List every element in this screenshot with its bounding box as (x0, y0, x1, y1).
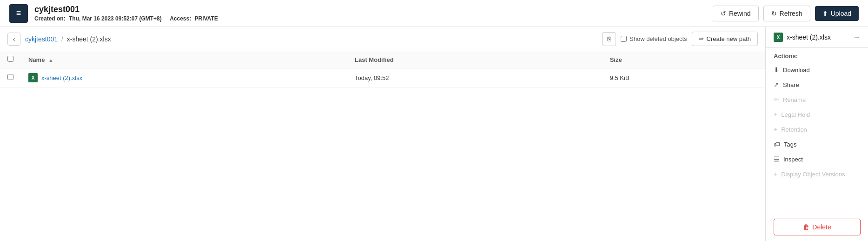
app-info: cykjtest001 Created on: Thu, Mar 16 2023… (34, 5, 218, 22)
breadcrumb: cykjtest001 / x-sheet (2).xlsx (25, 35, 597, 43)
download-icon: ⬇ (774, 66, 779, 74)
legal-hold-icon: + (774, 111, 777, 118)
excel-icon-panel: X (774, 33, 783, 42)
excel-file-icon: X (28, 73, 38, 82)
file-table: Name ▲ Last Modified Size X x-sheet (2).… (0, 51, 765, 87)
breadcrumb-separator: / (61, 35, 63, 43)
legal-hold-label: Legal Hold (781, 111, 810, 118)
display-version-icon: + (774, 170, 777, 178)
file-name-link[interactable]: x-sheet (2).xlsx (41, 74, 82, 81)
logo-icon: ≡ (9, 4, 28, 23)
right-panel: X x-sheet (2).xlsx → Actions: ⬇ Download… (766, 27, 868, 241)
show-deleted-label[interactable]: Show deleted objects (621, 35, 687, 42)
select-all-checkbox[interactable] (7, 56, 13, 62)
tags-icon: 🏷 (774, 141, 780, 148)
delete-button[interactable]: 🗑 Delete (774, 219, 861, 235)
tags-label: Tags (784, 141, 796, 148)
copy-path-button[interactable]: ⎘ (602, 32, 616, 46)
breadcrumb-current: x-sheet (2).xlsx (67, 35, 111, 43)
row-name-cell: X x-sheet (2).xlsx (21, 68, 347, 87)
table-header: Name ▲ Last Modified Size (0, 51, 765, 68)
edit-icon: ✏ (699, 35, 704, 42)
action-item-tags[interactable]: 🏷 Tags (766, 137, 868, 152)
show-deleted-checkbox[interactable] (621, 36, 627, 42)
create-new-path-button[interactable]: ✏ Create new path (692, 32, 758, 46)
inspect-icon: ☰ (774, 155, 780, 163)
rename-icon: ✏ (774, 96, 779, 103)
row-checkbox-cell (0, 68, 21, 87)
action-item-inspect[interactable]: ☰ Inspect (766, 152, 868, 167)
delete-btn-container: 🗑 Delete (766, 213, 868, 241)
inspect-label: Inspect (783, 156, 803, 163)
col-modified-header: Last Modified (347, 51, 603, 68)
right-panel-title: X x-sheet (2).xlsx (774, 33, 831, 42)
row-modified-cell: Today, 09:52 (347, 68, 603, 87)
back-button[interactable]: ‹ (7, 33, 20, 46)
breadcrumb-root[interactable]: cykjtest001 (25, 35, 58, 43)
download-label: Download (783, 67, 810, 74)
col-size-header: Size (603, 51, 765, 68)
retention-icon: + (774, 126, 777, 133)
table-body: X x-sheet (2).xlsx Today, 09:52 9.5 KiB (0, 68, 765, 87)
share-icon: ↗ (774, 81, 779, 88)
col-name-header: Name ▲ (21, 51, 347, 68)
rename-label: Rename (783, 96, 806, 103)
app-title: cykjtest001 (34, 5, 218, 14)
refresh-icon: ↻ (771, 10, 777, 17)
upload-icon: ⬆ (822, 10, 828, 17)
header: ≡ cykjtest001 Created on: Thu, Mar 16 20… (0, 0, 868, 27)
row-size-cell: 9.5 KiB (603, 68, 765, 87)
actions-list: ⬇ Download ↗ Share ✏ Rename + Legal Hold… (766, 62, 868, 181)
file-browser: ‹ cykjtest001 / x-sheet (2).xlsx ⎘ Show … (0, 27, 766, 241)
action-item-display-version: + Display Object Versions (766, 167, 868, 181)
action-item-legal-hold: + Legal Hold (766, 107, 868, 122)
breadcrumb-bar: ‹ cykjtest001 / x-sheet (2).xlsx ⎘ Show … (0, 27, 765, 51)
right-panel-close-button[interactable]: → (853, 33, 861, 41)
display-version-label: Display Object Versions (781, 171, 845, 178)
action-item-download[interactable]: ⬇ Download (766, 62, 868, 77)
right-panel-header: X x-sheet (2).xlsx → (766, 27, 868, 48)
main-container: ‹ cykjtest001 / x-sheet (2).xlsx ⎘ Show … (0, 27, 868, 241)
row-checkbox[interactable] (7, 74, 13, 80)
upload-button[interactable]: ⬆ Upload (815, 6, 859, 21)
app-meta: Created on: Thu, Mar 16 2023 09:52:07 (G… (34, 15, 218, 22)
refresh-button[interactable]: ↻ Refresh (763, 6, 810, 21)
retention-label: Retention (781, 126, 807, 133)
breadcrumb-actions: ⎘ Show deleted objects ✏ Create new path (602, 32, 758, 46)
action-item-share[interactable]: ↗ Share (766, 77, 868, 92)
share-label: Share (783, 81, 799, 88)
actions-label: Actions: (766, 48, 868, 62)
table-row: X x-sheet (2).xlsx Today, 09:52 9.5 KiB (0, 68, 765, 87)
header-actions: ↺ Rewind ↻ Refresh ⬆ Upload (713, 6, 859, 21)
rewind-icon: ↺ (721, 10, 726, 17)
rewind-button[interactable]: ↺ Rewind (713, 6, 759, 21)
action-item-retention: + Retention (766, 122, 868, 137)
delete-icon: 🗑 (803, 223, 809, 231)
col-select (0, 51, 21, 68)
action-item-rename: ✏ Rename (766, 92, 868, 107)
sort-icon: ▲ (48, 57, 53, 63)
header-left: ≡ cykjtest001 Created on: Thu, Mar 16 20… (9, 4, 218, 23)
